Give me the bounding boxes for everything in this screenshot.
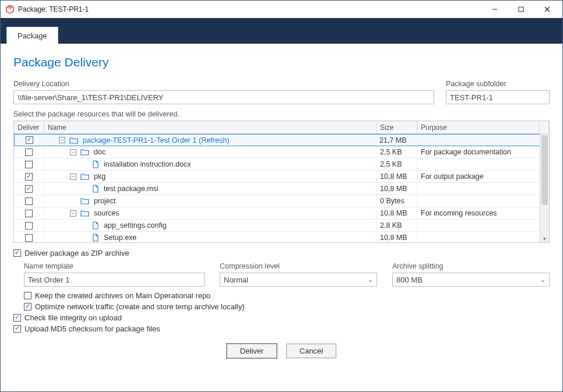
table-row[interactable]: −sources10,8 MBFor incoming resources — [14, 207, 549, 220]
compression-level-select[interactable]: Normal ⌄ — [220, 273, 377, 287]
row-deliver-checkbox[interactable] — [25, 161, 33, 168]
table-row[interactable]: app_settings.config2,8 KB — [14, 220, 549, 232]
window-title: Package: TEST-PR1-1 — [18, 5, 481, 13]
package-subfolder-input[interactable] — [446, 90, 550, 104]
row-name: project — [94, 197, 116, 205]
row-size: 10,8 MB — [376, 232, 417, 242]
header-name[interactable]: Name — [44, 121, 376, 133]
folder-icon — [80, 197, 89, 204]
row-size: 2,5 KB — [376, 158, 417, 170]
tab-package[interactable]: Package — [6, 27, 58, 44]
keep-archives-checkbox[interactable] — [24, 292, 31, 299]
delivery-location-input[interactable] — [13, 90, 434, 104]
tree-toggle[interactable]: − — [70, 174, 76, 180]
row-purpose — [417, 232, 540, 242]
refresh-link[interactable]: (Refresh) — [199, 136, 229, 144]
integrity-label: Check file integrity on upload — [24, 313, 122, 322]
zip-label: Deliver package as ZIP archive — [24, 249, 129, 257]
table-row[interactable]: installation instruction.docx2,5 KB — [14, 158, 549, 171]
row-deliver-checkbox[interactable] — [25, 173, 33, 181]
optimize-traffic-checkbox[interactable] — [24, 303, 31, 310]
chevron-down-icon: ⌄ — [368, 276, 373, 284]
optimize-traffic-label: Optimize network traffic (create and sto… — [35, 302, 245, 311]
name-template-input[interactable] — [24, 273, 205, 287]
close-button[interactable] — [534, 1, 560, 17]
row-purpose: For incoming resources — [417, 207, 540, 219]
row-purpose — [417, 158, 540, 170]
row-name: installation instruction.docx — [104, 160, 191, 168]
svg-rect-3 — [519, 7, 523, 12]
content-area: Package Delivery Delivery Location Packa… — [1, 44, 562, 392]
name-template-label: Name template — [24, 262, 205, 270]
row-purpose — [417, 195, 540, 207]
options-block: Deliver package as ZIP archive Name temp… — [13, 249, 550, 333]
folder-icon — [80, 149, 89, 156]
folder-icon — [69, 137, 78, 144]
row-deliver-checkbox[interactable] — [25, 197, 33, 205]
tree-toggle[interactable]: − — [70, 149, 76, 156]
row-deliver-checkbox[interactable] — [25, 185, 33, 193]
row-name: sources — [94, 209, 119, 217]
row-purpose: For package documentation — [417, 146, 540, 158]
zip-checkbox[interactable] — [13, 249, 21, 257]
app-icon — [5, 5, 15, 14]
page-title: Package Delivery — [13, 55, 550, 69]
archive-splitting-label: Archive splitting — [392, 262, 550, 270]
row-purpose — [417, 135, 539, 146]
row-deliver-checkbox[interactable] — [26, 136, 33, 144]
header-scroll-gap — [540, 121, 549, 133]
chevron-down-icon: ⌄ — [540, 276, 546, 284]
folder-icon — [80, 210, 89, 217]
resource-grid: Deliver Name Size Purpose −package-TEST-… — [13, 121, 550, 243]
scrollbar-thumb[interactable] — [541, 135, 548, 205]
row-size: 10,8 MB — [376, 207, 417, 219]
file-icon — [92, 185, 99, 193]
row-name: Setup.exe — [104, 234, 136, 242]
row-purpose: For output package — [417, 171, 540, 182]
md5-checkbox[interactable] — [13, 325, 21, 333]
table-row[interactable]: −package-TEST-PR1-1-Test Order 1 (Refres… — [14, 134, 549, 146]
grid-label: Select the package resources that will b… — [13, 110, 550, 118]
row-name: app_settings.config — [104, 221, 167, 229]
grid-scrollbar[interactable]: ▾ — [540, 134, 549, 242]
file-icon — [92, 160, 99, 168]
table-row[interactable]: test package.msi10,8 MB — [14, 183, 549, 195]
header-deliver[interactable]: Deliver — [14, 121, 44, 133]
table-row[interactable]: −doc2,5 KBFor package documentation — [14, 146, 549, 158]
archive-splitting-select[interactable]: 800 MB ⌄ — [392, 273, 550, 287]
row-size: 2,8 KB — [376, 220, 417, 231]
row-name: doc — [94, 148, 105, 156]
tree-toggle[interactable]: − — [59, 137, 65, 143]
row-name: pkg — [94, 172, 105, 181]
grid-header: Deliver Name Size Purpose — [14, 121, 549, 134]
package-subfolder-label: Package subfolder — [446, 80, 550, 88]
keep-archives-label: Keep the created archives on Main Operat… — [35, 291, 210, 300]
integrity-checkbox[interactable] — [13, 314, 21, 322]
file-icon — [92, 234, 99, 242]
table-row[interactable]: project0 Bytes — [14, 195, 549, 207]
row-deliver-checkbox[interactable] — [25, 149, 33, 156]
tree-toggle[interactable]: − — [70, 210, 76, 217]
delivery-location-label: Delivery Location — [13, 80, 434, 88]
row-name: package-TEST-PR1-1-Test Order 1 — [83, 136, 196, 144]
nav-strip: Package — [1, 18, 562, 44]
header-purpose[interactable]: Purpose — [417, 121, 540, 133]
row-size: 0 Bytes — [376, 195, 417, 207]
row-size: 21,7 MB — [376, 135, 417, 146]
table-row[interactable]: Setup.exe10,8 MB — [14, 232, 549, 242]
row-deliver-checkbox[interactable] — [25, 234, 33, 242]
deliver-button[interactable]: Deliver — [227, 344, 277, 358]
minimize-button[interactable] — [481, 1, 508, 17]
row-deliver-checkbox[interactable] — [25, 210, 33, 217]
cancel-button[interactable]: Cancel — [286, 344, 336, 358]
maximize-button[interactable] — [508, 1, 534, 17]
header-size[interactable]: Size — [376, 121, 417, 133]
svg-marker-1 — [6, 5, 13, 9]
row-deliver-checkbox[interactable] — [25, 222, 33, 229]
archive-splitting-value: 800 MB — [396, 276, 423, 284]
table-row[interactable]: −pkg10,8 MBFor output package — [14, 171, 549, 183]
scrollbar-down-arrow[interactable]: ▾ — [540, 235, 549, 242]
row-purpose — [417, 183, 540, 195]
titlebar: Package: TEST-PR1-1 — [1, 1, 562, 18]
row-size: 10,8 MB — [376, 183, 417, 195]
